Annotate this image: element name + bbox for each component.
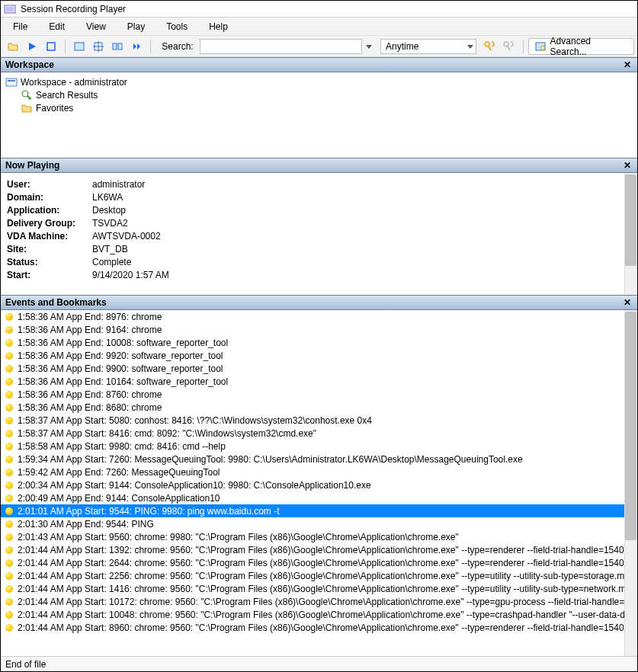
event-marker-icon	[5, 559, 13, 567]
event-row[interactable]: 2:00:34 AM App Start: 9144: ConsoleAppli…	[1, 478, 624, 491]
search-results-icon	[21, 89, 33, 101]
time-filter-dropdown[interactable]: Anytime	[380, 39, 476, 54]
search-go-button[interactable]	[481, 38, 499, 55]
search-dropdown-icon[interactable]	[364, 43, 374, 50]
event-row[interactable]: 1:59:34 AM App Start: 7260: MessageQueui…	[1, 453, 624, 466]
event-row[interactable]: 1:59:42 AM App End: 7260: MessageQueuing…	[1, 466, 624, 478]
event-text: 2:00:49 AM App End: 9144: ConsoleApplica…	[18, 493, 220, 504]
event-marker-icon	[5, 378, 13, 386]
advanced-search-label: Advanced Search...	[550, 36, 627, 57]
event-row[interactable]: 1:58:36 AM App End: 8976: chrome	[1, 310, 624, 323]
skip-button[interactable]	[128, 38, 146, 55]
advanced-search-button[interactable]: Advanced Search...	[528, 38, 634, 55]
event-row[interactable]: 2:01:44 AM App Start: 8960: chrome: 9560…	[1, 621, 624, 634]
svg-rect-4	[75, 43, 84, 50]
svg-line-15	[508, 46, 510, 50]
np-start-label: Start:	[7, 270, 92, 280]
app-icon	[4, 3, 16, 15]
event-marker-icon	[5, 533, 13, 541]
event-row[interactable]: 1:58:36 AM App End: 8760: chrome	[1, 388, 624, 401]
event-row[interactable]: 1:58:36 AM App End: 10008: software_repo…	[1, 336, 624, 349]
np-status-label: Status:	[7, 257, 92, 267]
workspace-header: Workspace ✕	[1, 57, 637, 72]
event-row[interactable]: 2:00:49 AM App End: 9144: ConsoleApplica…	[1, 491, 624, 504]
fit-button[interactable]	[109, 38, 127, 55]
play-button[interactable]	[23, 38, 40, 55]
event-text: 1:58:36 AM App End: 8976: chrome	[18, 312, 162, 322]
nowplaying-title: Now Playing	[5, 160, 59, 171]
time-filter-value: Anytime	[386, 41, 466, 52]
event-text: 1:58:36 AM App End: 10164: software_repo…	[18, 376, 228, 387]
toolbar-separator	[65, 40, 66, 53]
stop-button[interactable]	[43, 38, 60, 55]
event-marker-icon	[5, 404, 13, 411]
menu-help[interactable]: Help	[201, 20, 236, 34]
search-clear-button[interactable]	[501, 38, 518, 55]
event-marker-icon	[5, 572, 13, 580]
event-row[interactable]: 2:01:44 AM App Start: 10048: chrome: 956…	[1, 608, 624, 621]
np-vda-label: VDA Machine:	[7, 231, 92, 242]
event-text: 1:58:36 AM App End: 8760: chrome	[18, 389, 162, 400]
svg-rect-19	[8, 80, 15, 82]
menu-file[interactable]: File	[5, 20, 35, 34]
event-text: 1:58:36 AM App End: 10008: software_repo…	[18, 338, 228, 348]
nowplaying-close-button[interactable]: ✕	[620, 160, 634, 171]
workspace-title: Workspace	[5, 59, 54, 70]
event-marker-icon	[5, 598, 13, 606]
menu-tools[interactable]: Tools	[159, 20, 195, 34]
favorites-node[interactable]: Favorites	[21, 101, 633, 114]
menu-view[interactable]: View	[79, 20, 114, 34]
event-marker-icon	[5, 469, 13, 476]
np-dg-label: Delivery Group:	[7, 218, 92, 229]
event-marker-icon	[5, 417, 13, 424]
events-scrollbar[interactable]	[624, 310, 637, 656]
event-marker-icon	[5, 391, 13, 398]
event-row[interactable]: 1:58:36 AM App End: 9900: software_repor…	[1, 362, 624, 375]
events-close-button[interactable]: ✕	[620, 297, 634, 308]
search-results-node[interactable]: Search Results	[21, 88, 633, 101]
search-input[interactable]	[200, 39, 363, 54]
event-row[interactable]: 2:01:44 AM App Start: 2256: chrome: 9560…	[1, 569, 624, 582]
events-list[interactable]: 1:58:36 AM App End: 8976: chrome1:58:36 …	[1, 310, 624, 656]
event-row[interactable]: 1:58:36 AM App End: 10164: software_repo…	[1, 375, 624, 388]
menu-edit[interactable]: Edit	[41, 20, 72, 34]
nowplaying-scrollbar[interactable]	[624, 173, 637, 295]
event-row[interactable]: 2:01:44 AM App Start: 10172: chrome: 956…	[1, 595, 624, 608]
event-text: 2:01:44 AM App Start: 8960: chrome: 9560…	[18, 622, 624, 633]
event-row[interactable]: 1:58:36 AM App End: 9920: software_repor…	[1, 349, 624, 362]
event-row[interactable]: 1:58:36 AM App End: 9164: chrome	[1, 323, 624, 336]
event-row[interactable]: 2:01:44 AM App Start: 2644: chrome: 9560…	[1, 556, 624, 569]
workspace-root[interactable]: Workspace - administrator	[5, 75, 633, 88]
event-text: 2:01:44 AM App Start: 2256: chrome: 9560…	[18, 571, 624, 581]
event-row[interactable]: 2:01:44 AM App Start: 1416: chrome: 9560…	[1, 582, 624, 595]
svg-rect-3	[47, 43, 55, 50]
workspace-root-label: Workspace - administrator	[21, 77, 127, 88]
event-text: 1:58:58 AM App Start: 9980: cmd: 8416: c…	[18, 441, 226, 452]
event-row[interactable]: 2:01:30 AM App End: 9544: PING	[1, 517, 624, 530]
event-row[interactable]: 1:58:36 AM App End: 8680: chrome	[1, 401, 624, 414]
svg-line-14	[489, 46, 491, 50]
toolbar-separator	[150, 40, 151, 53]
svg-rect-1	[6, 7, 14, 11]
event-row[interactable]: 1:58:58 AM App Start: 9980: cmd: 8416: c…	[1, 440, 624, 453]
event-marker-icon	[5, 611, 13, 619]
svg-marker-12	[366, 45, 372, 49]
event-row[interactable]: 2:01:01 AM App Start: 9544: PING: 9980: …	[1, 504, 624, 517]
svg-point-20	[22, 91, 28, 97]
np-start-value: 9/14/2020 1:57 AM	[92, 270, 169, 280]
event-marker-icon	[5, 482, 13, 489]
svg-rect-9	[118, 43, 122, 50]
workspace-close-button[interactable]: ✕	[620, 59, 634, 70]
pan-button[interactable]	[89, 38, 107, 55]
svg-marker-10	[133, 43, 136, 50]
open-folder-button[interactable]	[4, 38, 21, 55]
event-row[interactable]: 2:01:43 AM App Start: 9560: chrome: 9980…	[1, 530, 624, 543]
event-row[interactable]: 1:58:37 AM App Start: 8416: cmd: 8092: "…	[1, 427, 624, 440]
event-row[interactable]: 2:01:44 AM App Start: 1392: chrome: 9560…	[1, 543, 624, 556]
scale-button[interactable]	[70, 38, 88, 55]
event-marker-icon	[5, 520, 13, 528]
np-dg-value: TSVDA2	[92, 218, 128, 229]
np-application-value: Desktop	[92, 205, 126, 216]
event-row[interactable]: 1:58:37 AM App Start: 5080: conhost: 841…	[1, 414, 624, 427]
menu-play[interactable]: Play	[120, 20, 152, 34]
